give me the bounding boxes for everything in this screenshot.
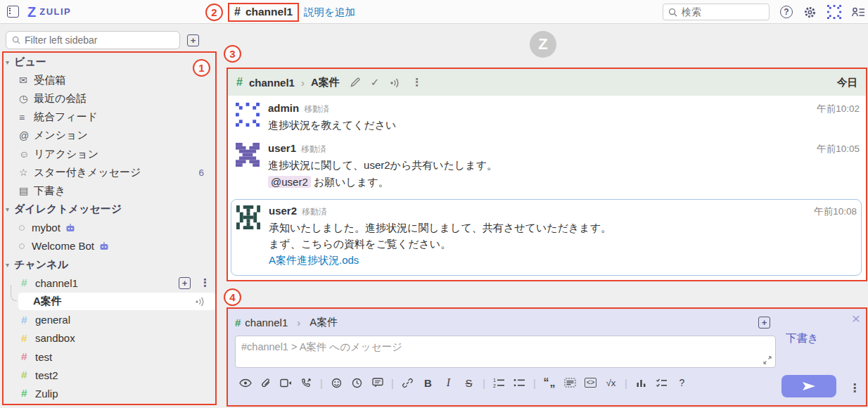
help-icon[interactable]: ?	[780, 6, 793, 18]
user-avatar[interactable]	[827, 5, 841, 19]
topic-kebab-icon[interactable]: ⋮	[411, 76, 422, 89]
zulip-logo-mark: Z	[27, 5, 36, 19]
sender-name[interactable]: admin	[268, 102, 299, 114]
header-topic-name[interactable]: A案件	[311, 76, 340, 89]
user-mention-pill[interactable]: @user2	[268, 176, 311, 188]
voice-call-icon[interactable]	[296, 378, 317, 388]
sidebar-channel-zulip[interactable]: # Zulip	[0, 384, 219, 402]
video-call-icon[interactable]	[276, 378, 296, 388]
caret-down-icon: ▾	[6, 58, 9, 66]
sidebar-item-reactions[interactable]: ☺ リアクション	[0, 145, 219, 163]
drafts-link[interactable]: 下書き	[786, 331, 819, 346]
sidebar-channels-header[interactable]: ▾ チャンネル	[0, 255, 219, 274]
toolbar-divider: |	[479, 377, 489, 389]
user-list-icon[interactable]	[852, 6, 865, 18]
sidebar-toggle-icon[interactable]	[7, 6, 19, 18]
compose-channel-name[interactable]: channel1	[245, 317, 288, 329]
sidebar-dm-welcome-bot[interactable]: Welcome Bot	[0, 237, 219, 255]
zulip-logo[interactable]: Z ZULIP	[27, 5, 71, 19]
strikethrough-icon[interactable]: S	[459, 377, 479, 389]
attach-paperclip-icon[interactable]	[255, 378, 276, 388]
sidebar-filter-box[interactable]	[6, 31, 180, 49]
sidebar-item-mentions[interactable]: @ メンション	[0, 127, 219, 145]
sidebar-views-header[interactable]: ▾ ビュー	[0, 53, 219, 71]
avatar-admin[interactable]	[236, 103, 260, 127]
compose-input-wrap	[235, 336, 776, 368]
add-description-link[interactable]: 説明を追加	[304, 6, 355, 19]
navbar-channel-title[interactable]: channel1	[245, 6, 293, 18]
numbered-list-icon[interactable]: 12	[489, 378, 509, 388]
send-button[interactable]	[781, 375, 836, 397]
followed-topic-icon[interactable]	[390, 78, 401, 87]
sidebar-channel-sandbox[interactable]: # sandbox	[0, 329, 219, 348]
sidebar-filter-input[interactable]	[25, 34, 165, 46]
header-channel-name[interactable]: channel1	[249, 77, 295, 89]
compose-message-input[interactable]	[235, 336, 776, 368]
followed-topic-icon[interactable]	[195, 297, 206, 306]
math-icon[interactable]: √x	[601, 378, 621, 388]
sidebar-channel-channel1[interactable]: # channel1 + ⋮	[0, 274, 219, 292]
compose-toolbar: | | B I S | 12 | “„ <> √x | ?	[235, 373, 776, 393]
sidebar-dm-header[interactable]: ▾ ダイレクトメッセージ	[0, 200, 219, 219]
compose-recipient-row[interactable]: # channel1 › A案件 +	[235, 314, 776, 331]
sidebar-item-label: メンション	[34, 129, 88, 142]
channel-hash-icon: #	[235, 317, 241, 329]
search-box[interactable]	[663, 4, 770, 20]
sender-name[interactable]: user1	[268, 142, 296, 154]
attachment-file-link[interactable]: A案件進捗状況.ods	[269, 254, 359, 266]
code-glyph: <>	[585, 378, 597, 388]
sidebar-dm-mybot[interactable]: mybot	[0, 219, 219, 237]
channel-hash-icon: #	[21, 387, 35, 400]
edit-topic-pencil-icon[interactable]	[350, 77, 360, 87]
preview-eye-icon[interactable]	[235, 378, 255, 388]
message-note-icon[interactable]	[367, 378, 388, 388]
channel-kebab-icon[interactable]: ⋮	[200, 276, 210, 289]
todo-list-icon[interactable]	[651, 378, 672, 388]
new-channel-plus-icon[interactable]: +	[187, 34, 199, 46]
sidebar-channel-test[interactable]: # test	[0, 348, 219, 366]
sidebar-item-combined-feed[interactable]: ≡ 統合フィード	[0, 108, 219, 127]
sidebar-item-drafts[interactable]: ▤ 下書き	[0, 181, 219, 200]
gear-icon[interactable]	[803, 6, 817, 19]
send-options-kebab-icon[interactable]: ⋮	[849, 381, 860, 395]
compose-topic-name[interactable]: A案件	[309, 316, 338, 329]
chevron-right-icon: ›	[301, 77, 305, 89]
formatting-help-icon[interactable]: ?	[672, 377, 692, 388]
channels-header-label: チャンネル	[14, 258, 68, 272]
avatar-user1[interactable]	[236, 143, 260, 167]
sidebar-item-recent[interactable]: ◷ 最近の会話	[0, 89, 219, 108]
avatar-user2[interactable]	[236, 205, 260, 229]
moved-tag: 移動済	[302, 206, 327, 218]
search-input[interactable]	[682, 6, 759, 18]
code-icon[interactable]: <>	[580, 378, 601, 388]
top-navbar: Z ZULIP 2 # channel1 説明を追加 ?	[0, 0, 868, 24]
zulip-app: Z ZULIP 2 # channel1 説明を追加 ?	[0, 0, 868, 408]
sidebar-channel-general[interactable]: # general	[0, 311, 219, 329]
bold-icon[interactable]: B	[418, 377, 438, 389]
expand-compose-icon[interactable]	[763, 356, 772, 364]
link-icon[interactable]	[397, 378, 418, 388]
sidebar-channel-test2[interactable]: # test2	[0, 366, 219, 384]
sidebar-item-inbox[interactable]: ✉ 受信箱	[0, 71, 219, 89]
sidebar-item-starred[interactable]: ☆ スター付きメッセージ 6	[0, 163, 219, 181]
message-timestamp[interactable]: 午前10:05	[817, 143, 860, 155]
new-topic-plus-icon[interactable]: +	[179, 277, 191, 289]
compose-plus-icon[interactable]: +	[758, 317, 770, 329]
sidebar-filter-row: +	[6, 31, 199, 49]
spoiler-icon[interactable]	[560, 378, 580, 388]
message-list: admin 移動済 午前10:02 進捗状況を教えてください user1 移動済…	[228, 96, 866, 276]
search-icon	[668, 8, 677, 17]
sender-name[interactable]: user2	[269, 205, 297, 217]
poll-chart-icon[interactable]	[631, 378, 651, 388]
sidebar-topic-a-anken-active[interactable]: A案件	[18, 293, 215, 310]
close-compose-icon[interactable]: ×	[852, 311, 860, 326]
sidebar-item-label: 下書き	[34, 184, 65, 198]
italic-icon[interactable]: I	[438, 376, 459, 389]
schedule-clock-icon[interactable]	[347, 378, 367, 388]
bulleted-list-icon[interactable]	[509, 378, 530, 388]
message-timestamp[interactable]: 午前10:02	[817, 103, 860, 115]
resolve-topic-check-icon[interactable]: ✓	[371, 76, 380, 89]
message-timestamp[interactable]: 午前10:08	[814, 205, 857, 218]
quote-icon[interactable]: “„	[540, 376, 560, 389]
emoji-icon[interactable]	[326, 378, 347, 388]
